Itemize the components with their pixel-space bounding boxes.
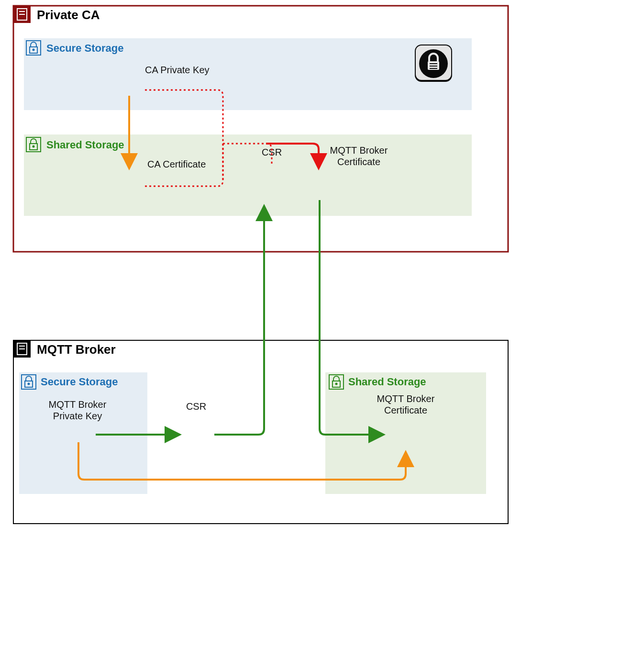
pki-diagram: Private CA Secure Storage Shared Storage… xyxy=(0,0,643,672)
label-ca-private-key: CA Private Key xyxy=(145,65,210,75)
svg-point-5 xyxy=(33,49,34,51)
label-broker-cert-bot-2: Certificate xyxy=(384,405,427,415)
svg-point-22 xyxy=(336,383,337,385)
label-csr-top: CSR xyxy=(262,147,282,157)
mqtt-shared-label: Shared Storage xyxy=(348,376,426,388)
csr-bottom-icon xyxy=(185,420,210,457)
private-ca-title: Private CA xyxy=(37,8,100,22)
label-broker-cert-top-1: MQTT Broker xyxy=(330,145,388,156)
private-ca-shared-label: Shared Storage xyxy=(46,139,124,151)
label-broker-key-2: Private Key xyxy=(53,411,102,421)
hsm-lock-icon xyxy=(415,45,452,82)
private-ca-container: Private CA Secure Storage Shared Storage xyxy=(13,6,508,252)
label-broker-cert-bot-1: MQTT Broker xyxy=(377,393,435,404)
svg-point-20 xyxy=(28,383,30,385)
label-broker-cert-top-2: Certificate xyxy=(337,157,380,167)
label-csr-bottom: CSR xyxy=(186,401,206,412)
mqtt-broker-container: MQTT Broker Secure Storage Shared Storag… xyxy=(13,340,508,524)
arrow-csr-upload xyxy=(214,207,264,435)
mqtt-secure-label: Secure Storage xyxy=(41,376,118,388)
label-ca-cert: CA Certificate xyxy=(147,159,206,169)
mqtt-secure-storage xyxy=(19,372,147,494)
svg-point-7 xyxy=(33,146,34,147)
label-broker-key-1: MQTT Broker xyxy=(49,399,107,410)
mqtt-broker-title: MQTT Broker xyxy=(37,342,116,357)
private-ca-secure-label: Secure Storage xyxy=(46,42,123,54)
